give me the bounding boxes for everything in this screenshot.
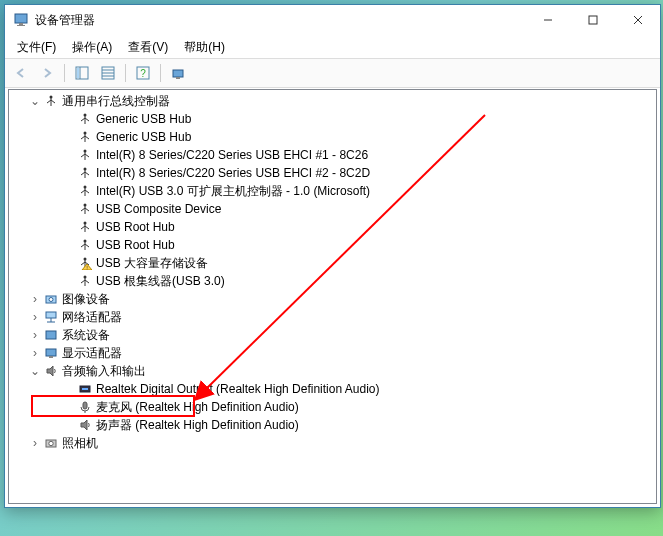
back-button[interactable]: [9, 61, 33, 85]
svg-line-41: [85, 190, 89, 193]
tree-device-item[interactable]: 扬声器 (Realtek High Definition Audio): [9, 416, 656, 434]
tree-device-item[interactable]: Generic USB Hub: [9, 110, 656, 128]
tree-category-network[interactable]: › 网络适配器: [9, 308, 656, 326]
usb-icon: [77, 273, 93, 289]
category-label: 图像设备: [62, 291, 110, 308]
device-label: Intel(R) USB 3.0 可扩展主机控制器 - 1.0 (Microso…: [96, 183, 370, 200]
device-label: USB Root Hub: [96, 238, 175, 252]
device-label: Intel(R) 8 Series/C220 Series USB EHCI #…: [96, 166, 370, 180]
minimize-button[interactable]: [525, 5, 570, 35]
device-label: USB 大容量存储设备: [96, 255, 208, 272]
svg-rect-65: [46, 312, 56, 318]
speaker-icon: [77, 417, 93, 433]
chevron-right-icon[interactable]: ›: [27, 345, 43, 361]
svg-line-61: [81, 280, 85, 283]
svg-line-33: [85, 154, 89, 157]
speaker-icon: [43, 363, 59, 379]
tree-device-item[interactable]: Realtek Digital Output (Realtek High Def…: [9, 380, 656, 398]
device-label: USB 根集线器(USB 3.0): [96, 273, 225, 290]
svg-line-62: [85, 280, 89, 283]
tree-category-display[interactable]: › 显示适配器: [9, 344, 656, 362]
chevron-right-icon[interactable]: ›: [27, 309, 43, 325]
svg-line-40: [81, 190, 85, 193]
category-label: 系统设备: [62, 327, 110, 344]
svg-line-52: [81, 244, 85, 247]
system-icon: [43, 327, 59, 343]
svg-rect-17: [176, 77, 180, 79]
svg-rect-69: [46, 349, 56, 356]
toolbar-separator: [64, 64, 65, 82]
menu-action[interactable]: 操作(A): [64, 36, 120, 59]
tree-device-item[interactable]: 麦克风 (Realtek High Definition Audio): [9, 398, 656, 416]
show-hide-tree-button[interactable]: [70, 61, 94, 85]
menu-file[interactable]: 文件(F): [9, 36, 64, 59]
svg-line-21: [51, 100, 55, 103]
svg-line-45: [85, 208, 89, 211]
usb-icon: !: [77, 255, 93, 271]
toolbar-separator: [160, 64, 161, 82]
display-icon: [43, 345, 59, 361]
camera-icon: [43, 435, 59, 451]
category-label: 显示适配器: [62, 345, 122, 362]
svg-point-64: [49, 298, 53, 302]
device-tree[interactable]: ⌄ 通用串行总线控制器 Generic USB HubGeneric USB H…: [8, 89, 657, 504]
tree-category-usb[interactable]: ⌄ 通用串行总线控制器: [9, 92, 656, 110]
svg-rect-73: [83, 402, 87, 409]
device-label: Generic USB Hub: [96, 130, 191, 144]
tree-device-item[interactable]: Generic USB Hub: [9, 128, 656, 146]
close-button[interactable]: [615, 5, 660, 35]
tree-device-item[interactable]: USB 根集线器(USB 3.0): [9, 272, 656, 290]
tree-device-item[interactable]: USB Root Hub: [9, 218, 656, 236]
tree-category-system[interactable]: › 系统设备: [9, 326, 656, 344]
microphone-icon: [77, 399, 93, 415]
svg-line-37: [85, 172, 89, 175]
help-button[interactable]: ?: [131, 61, 155, 85]
svg-line-25: [85, 118, 89, 121]
svg-line-53: [85, 244, 89, 247]
svg-rect-2: [17, 25, 25, 26]
tree-device-item[interactable]: Intel(R) 8 Series/C220 Series USB EHCI #…: [9, 146, 656, 164]
chevron-right-icon[interactable]: ›: [27, 327, 43, 343]
usb-icon: [77, 129, 93, 145]
tree-device-item[interactable]: Intel(R) USB 3.0 可扩展主机控制器 - 1.0 (Microso…: [9, 182, 656, 200]
menu-help[interactable]: 帮助(H): [176, 36, 233, 59]
menu-view[interactable]: 查看(V): [120, 36, 176, 59]
tree-device-item[interactable]: Intel(R) 8 Series/C220 Series USB EHCI #…: [9, 164, 656, 182]
svg-rect-68: [46, 331, 56, 339]
device-label: Intel(R) 8 Series/C220 Series USB EHCI #…: [96, 148, 368, 162]
chevron-right-icon[interactable]: ›: [27, 291, 43, 307]
usb-icon: [77, 183, 93, 199]
toolbar-separator: [125, 64, 126, 82]
chevron-down-icon[interactable]: ⌄: [27, 93, 43, 109]
chevron-down-icon[interactable]: ⌄: [27, 363, 43, 379]
tree-device-item[interactable]: USB Root Hub: [9, 236, 656, 254]
svg-rect-72: [82, 388, 88, 390]
svg-rect-1: [19, 23, 23, 25]
svg-line-56: [81, 262, 85, 265]
tree-device-item[interactable]: USB Composite Device: [9, 200, 656, 218]
tree-category-imaging[interactable]: › 图像设备: [9, 290, 656, 308]
svg-rect-9: [77, 68, 79, 78]
imaging-icon: [43, 291, 59, 307]
chevron-right-icon[interactable]: ›: [27, 435, 43, 451]
tree-category-audio[interactable]: ⌄ 音频输入和输出: [9, 362, 656, 380]
maximize-button[interactable]: [570, 5, 615, 35]
device-label: Generic USB Hub: [96, 112, 191, 126]
device-label: 扬声器 (Realtek High Definition Audio): [96, 417, 299, 434]
tree-device-item[interactable]: !USB 大容量存储设备: [9, 254, 656, 272]
svg-line-49: [85, 226, 89, 229]
svg-line-24: [81, 118, 85, 121]
properties-button[interactable]: [96, 61, 120, 85]
tree-category-camera[interactable]: › 照相机: [9, 434, 656, 452]
usb-icon: [77, 111, 93, 127]
device-label: Realtek Digital Output (Realtek High Def…: [96, 382, 379, 396]
svg-line-44: [81, 208, 85, 211]
scan-hardware-button[interactable]: [166, 61, 190, 85]
svg-point-76: [49, 441, 53, 445]
forward-button[interactable]: [35, 61, 59, 85]
window-title: 设备管理器: [35, 12, 525, 29]
titlebar[interactable]: 设备管理器: [5, 5, 660, 36]
digital-output-icon: [77, 381, 93, 397]
svg-line-29: [85, 136, 89, 139]
svg-line-28: [81, 136, 85, 139]
